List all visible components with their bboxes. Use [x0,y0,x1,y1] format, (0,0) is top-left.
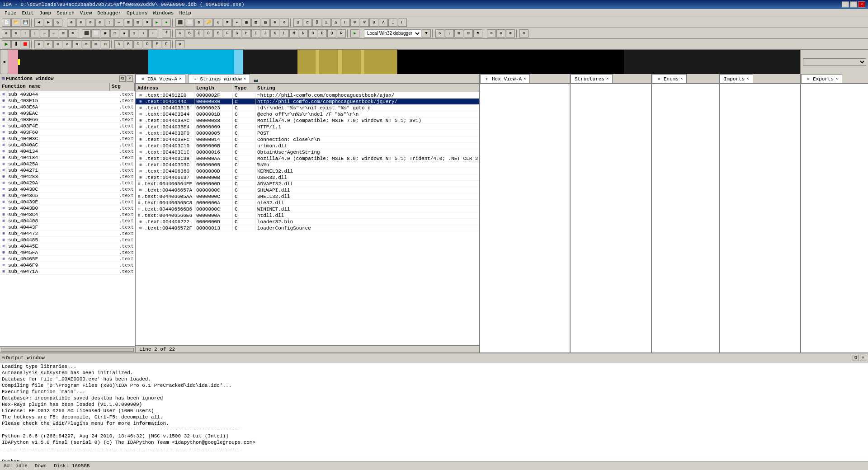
tb2-btn24[interactable]: G [232,29,241,38]
minimize-button[interactable]: _ [842,1,849,8]
tb3-btn6[interactable]: ⊜ [82,40,91,48]
tb2-dbg6[interactable]: ⊙ [487,29,496,38]
tb2-btn13[interactable]: ◾ [120,29,129,38]
tb-btn28[interactable]: Δ [331,19,340,27]
tb2-btn22[interactable]: E [213,29,222,38]
tb2-btn25[interactable]: H [242,29,251,38]
function-row[interactable]: ⊞ sub_40465F .text [0,256,135,262]
function-row[interactable]: ⊞ sub_40425A .text [0,161,135,167]
menu-windows[interactable]: Windows [150,10,176,16]
tb2-btn31[interactable]: N [299,29,308,38]
string-row[interactable]: ⊞ .text:004403B44 0000001D C @echo off\r… [136,111,479,118]
tb2-btn33[interactable]: P [318,29,327,38]
tb2-btn2[interactable]: ⊗ [11,29,20,38]
tb3-play[interactable]: ▶ [2,40,11,48]
string-row[interactable]: ⊞ .text:004406566B6 0000000C C WININET.d… [136,206,479,212]
tb3-btn2[interactable]: ⊗ [44,40,53,48]
tb-btn30[interactable]: Φ [350,19,359,27]
tb-btn23[interactable]: ⊜ [280,19,289,27]
function-row[interactable]: ⊞ sub_404134 .text [0,148,135,155]
tb-btn24[interactable]: Ω [293,19,302,27]
tb2-btn23[interactable]: F [223,29,232,38]
tb2-dbg2[interactable]: ↓ [445,29,454,38]
menu-view[interactable]: View [77,10,94,16]
function-row[interactable]: ⊞ sub_404485 .text [0,237,135,243]
function-row[interactable]: ⊞ sub_404472 .text [0,230,135,237]
tb-run2[interactable]: ● [162,19,171,27]
tb3-btn14[interactable]: F [162,40,171,48]
tb2-btn35[interactable]: R [337,29,346,38]
function-row[interactable]: ⊞ sub_40439E .text [0,199,135,205]
tb2-btn11[interactable]: ◼ [101,29,110,38]
tb3-btn13[interactable]: E [152,40,161,48]
string-row[interactable]: ⊞ .text:004406565C8 0000000A C ole32.dll [136,200,479,206]
function-row[interactable]: ⊞ sub_4043C4 .text [0,212,135,218]
tb2-dbg3[interactable]: ⊞ [454,29,463,38]
function-row[interactable]: ⊞ sub_404365 .text [0,193,135,199]
tb-btn6[interactable]: ⊘ [95,19,104,27]
tb-btn20[interactable]: ▥ [251,19,260,27]
strings-list[interactable]: ⊞ .text:004012E0 0000002F C ~http://phil… [136,92,479,345]
function-row[interactable]: ⊞ sub_4043B0 .text [0,205,135,212]
tb-btn35[interactable]: Γ [398,19,407,27]
tb2-btn3[interactable]: ↑ [21,29,30,38]
tb2-btn17[interactable]: f [162,29,171,38]
tb2-combo-arrow[interactable]: ▼ [422,29,431,38]
tb2-btn5[interactable]: → [40,29,49,38]
tb3-stop[interactable]: ⏹ [21,40,30,48]
tb2-btn1[interactable]: ⊕ [2,29,11,38]
string-row[interactable]: ⊞ .text:004012E0 0000002F C ~http://phil… [136,92,479,99]
tb2-btn29[interactable]: L [280,29,289,38]
tb2-btn20[interactable]: C [194,29,203,38]
structures-tab-close[interactable]: × [606,77,609,81]
tab-strings[interactable]: ≡ Strings window × [188,74,250,83]
functions-panel-float[interactable]: ⧉ [119,75,126,82]
string-row[interactable]: ⊞ .text:004403D3C 00000005 C %s%u [136,162,479,168]
tb-btn10[interactable]: ⊟ [133,19,142,27]
string-row[interactable]: ⊞ .text:004406566E6 0000000A C ntdll.dll [136,212,479,219]
string-row[interactable]: ⊞ .text:004403BE4 00000009 C HTTP/1.1 [136,124,479,130]
string-row[interactable]: ⊞ .text:004406637 0000000B C USER32.dll [136,174,479,181]
strings-tab-close[interactable]: × [244,77,246,81]
function-row[interactable]: ⊞ sub_403D44 .text [0,91,135,98]
string-row[interactable]: ⊞ .text:004406564FE 0000000D C ADVAPI32.… [136,181,479,187]
tb2-btn16[interactable]: ▫ [148,29,157,38]
imports-tab-close[interactable]: × [746,77,749,81]
string-row[interactable]: ⊞ .text:004403C1C 00000016 C ObtainUserA… [136,149,479,155]
tb-run[interactable]: ▶ [152,19,161,27]
tb-refresh[interactable]: ↻ [53,19,62,27]
string-row[interactable]: ⊞ .text:004403C38 000000AA C Mozilla/4.0… [136,155,479,162]
function-row[interactable]: ⊞ sub_4040AC .text [0,142,135,148]
tb-btn27[interactable]: Σ [322,19,331,27]
tb-btn25[interactable]: α [303,19,312,27]
tb2-btn32[interactable]: O [308,29,317,38]
tb2-btn7[interactable]: ⊞ [59,29,68,38]
tb-btn34[interactable]: Ξ [388,19,397,27]
tb2-dbg1[interactable]: ↻ [435,29,444,38]
function-row[interactable]: ⊞ sub_404271 .text [0,167,135,174]
function-row[interactable]: ⊞ sub_40403C .text [0,136,135,142]
tb-btn11[interactable]: ✖ [143,19,152,27]
tb-btn15[interactable]: 🔑 [204,19,213,27]
function-row[interactable]: ⊞ sub_403F4E .text [0,123,135,129]
function-row[interactable]: ⊞ sub_40445E .text [0,243,135,249]
tb3-btn4[interactable]: ⊘ [63,40,72,48]
tab-enums[interactable]: ⊞ Enums × [652,74,687,83]
hex-view-tab-close[interactable]: × [524,77,526,81]
snapshot-icon[interactable]: 📷 [253,77,259,83]
tab-hex-view[interactable]: H Hex View-A × [480,74,530,83]
tb-new[interactable]: 📄 [2,19,11,27]
tb3-btn12[interactable]: D [143,40,152,48]
tb-btn33[interactable]: Λ [379,19,388,27]
output-close-btn[interactable]: × [860,355,866,361]
tb-btn17[interactable]: ⚑ [223,19,232,27]
menu-help[interactable]: Help [176,10,193,16]
nav-scrollbar-combo[interactable] [803,58,866,66]
tb3-btn1[interactable]: ⊕ [34,40,43,48]
close-button[interactable]: × [858,1,865,8]
tb-btn26[interactable]: β [312,19,321,27]
string-row[interactable]: ⊞ .text:004406657A 0000000C C SHLWAPI.dl… [136,187,479,193]
menu-file[interactable]: File [2,10,19,16]
function-row[interactable]: ⊞ sub_404283 .text [0,174,135,180]
tb2-btn6[interactable]: ← [49,29,58,38]
